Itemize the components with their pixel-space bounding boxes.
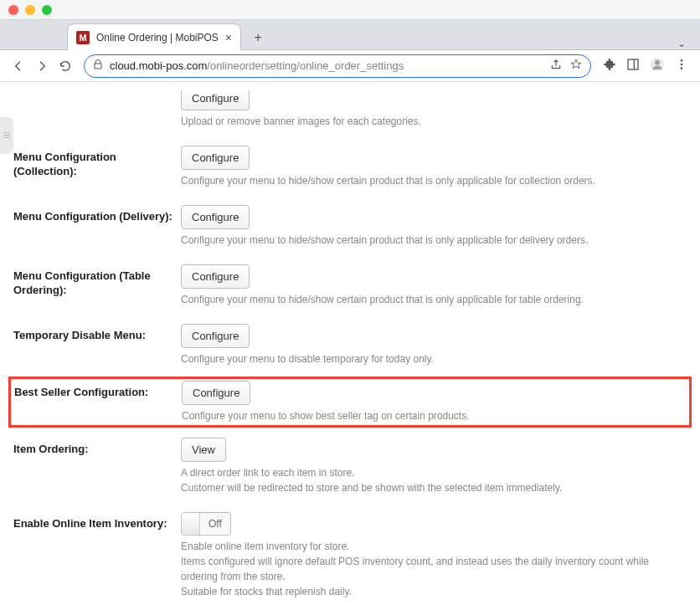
setting-body: ConfigureConfigure your menu to hide/sho… — [181, 146, 687, 188]
configure-button[interactable]: Configure — [181, 146, 250, 170]
setting-body: ConfigureConfigure your menu to hide/sho… — [181, 205, 687, 248]
profile-avatar[interactable] — [650, 57, 665, 74]
setting-row: Online Item Inventory:ConfigureConfigure… — [13, 607, 687, 615]
svg-point-3 — [655, 60, 660, 65]
tab-close-button[interactable]: × — [225, 31, 232, 44]
window-minimize-button[interactable] — [25, 5, 35, 15]
setting-label: Menu Configuration (Delivery): — [13, 205, 181, 224]
setting-row: Menu Configuration (Collection):Configur… — [13, 137, 687, 197]
help-text: Configure your menu to hide/show certain… — [181, 292, 687, 307]
browser-tab[interactable]: M Online Ordering | MobiPOS × — [67, 23, 241, 50]
configure-button[interactable]: Configure — [182, 381, 250, 405]
configure-button[interactable]: Configure — [181, 264, 250, 289]
configure-button[interactable]: Configure — [181, 324, 250, 348]
toggle-state-label: Off — [200, 518, 230, 530]
configure-button[interactable]: Configure — [181, 205, 250, 229]
forward-button[interactable] — [30, 54, 54, 78]
setting-row: Temporary Disable Menu:ConfigureConfigur… — [13, 315, 687, 375]
kebab-menu-icon[interactable] — [675, 58, 688, 74]
help-text: Upload or remove banner images for each … — [181, 114, 687, 129]
toggle-knob — [182, 513, 200, 535]
setting-label: Item Ordering: — [13, 438, 181, 457]
window-close-button[interactable] — [8, 5, 18, 15]
setting-row: Menu Configuration (Delivery):ConfigureC… — [13, 197, 687, 256]
setting-label: Menu Configuration (Table Ordering): — [13, 264, 181, 298]
setting-body: ViewA direct order link to each item in … — [181, 438, 687, 495]
setting-row: Best Seller Configuration:ConfigureConfi… — [8, 377, 692, 428]
new-tab-button[interactable]: + — [246, 26, 270, 49]
reload-icon — [59, 59, 72, 73]
back-button[interactable] — [7, 54, 30, 78]
svg-rect-0 — [628, 59, 638, 69]
side-drawer-handle[interactable]: ≡ — [0, 117, 13, 154]
browser-toolbar: cloud.mobi-pos.com/onlineordersetting/on… — [0, 50, 700, 82]
bookmark-star-icon[interactable] — [570, 59, 582, 73]
reload-button[interactable] — [54, 54, 77, 78]
setting-label: Temporary Disable Menu: — [13, 324, 181, 343]
arrow-left-icon — [12, 59, 25, 73]
view-button[interactable]: View — [181, 438, 226, 462]
share-icon[interactable] — [550, 59, 562, 73]
help-text: Configure your menu to show best seller … — [182, 408, 686, 423]
lock-icon — [93, 59, 103, 72]
setting-label: Best Seller Configuration: — [14, 381, 182, 400]
help-text: A direct order link to each item in stor… — [181, 465, 687, 495]
setting-row: Item Ordering:ViewA direct order link to… — [13, 429, 687, 504]
tab-strip: M Online Ordering | MobiPOS × + ⌄ — [0, 20, 700, 50]
address-bar[interactable]: cloud.mobi-pos.com/onlineordersetting/on… — [84, 54, 591, 78]
extensions-icon[interactable] — [603, 58, 616, 74]
tab-title: Online Ordering | MobiPOS — [96, 32, 219, 44]
url-path: /onlineordersetting/online_order_setting… — [207, 59, 404, 72]
setting-body: ConfigureConfigure your menu to show bes… — [182, 381, 686, 423]
setting-body: OffEnable online item inventory for stor… — [181, 512, 687, 599]
setting-row: Menu Configuration (Table Ordering):Conf… — [13, 256, 687, 315]
window-titlebar — [0, 0, 700, 20]
arrow-right-icon — [35, 59, 49, 73]
tab-list-dropdown[interactable]: ⌄ — [670, 38, 693, 49]
setting-body: ConfigureConfigure your menu to disable … — [181, 324, 687, 366]
setting-row-banner-images: Configure Upload or remove banner images… — [13, 82, 687, 137]
help-text: Configure your menu to hide/show certain… — [181, 173, 687, 188]
svg-point-6 — [681, 67, 683, 69]
panel-icon[interactable] — [626, 58, 640, 74]
setting-label: Menu Configuration (Collection): — [13, 146, 181, 179]
setting-body: ConfigureConfigure your menu to hide/sho… — [181, 264, 687, 307]
svg-point-5 — [681, 64, 683, 66]
settings-content: Configure Upload or remove banner images… — [0, 82, 700, 615]
setting-row: Enable Online Item Inventory:OffEnable o… — [13, 504, 687, 607]
url-host: cloud.mobi-pos.com — [110, 59, 207, 72]
tab-favicon: M — [76, 31, 90, 44]
toggle-switch[interactable]: Off — [181, 512, 231, 536]
help-text: Configure your menu to disable temporary… — [181, 351, 687, 366]
configure-button[interactable]: Configure — [181, 90, 250, 110]
help-text: Enable online item inventory for store.I… — [181, 539, 687, 599]
setting-label: Enable Online Item Inventory: — [13, 512, 181, 531]
svg-point-4 — [681, 59, 683, 62]
help-text: Configure your menu to hide/show certain… — [181, 233, 687, 248]
window-zoom-button[interactable] — [42, 5, 52, 15]
